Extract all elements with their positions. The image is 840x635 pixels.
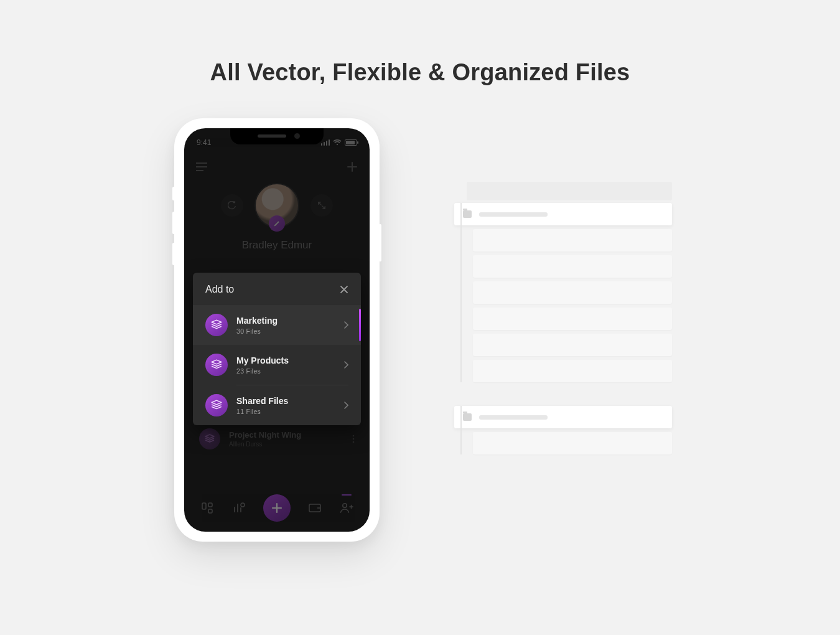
phone-notch [230,128,324,144]
folder-option[interactable]: Marketing 30 Files [193,305,361,345]
layer-name-placeholder [479,212,548,217]
nav-dashboard-icon[interactable] [200,501,215,515]
phone-screen: 9:41 [184,128,370,532]
layer-group [448,406,672,454]
edit-avatar-button[interactable] [269,215,285,232]
layers-header-placeholder [467,182,672,200]
phone-volume-up [172,212,175,234]
status-time: 9:41 [197,138,211,147]
layer-folder-row[interactable] [454,406,672,428]
phone-mockup: 9:41 [174,118,380,542]
add-icon[interactable] [346,161,358,173]
layer-row[interactable] [473,229,672,252]
layers-panel-wireframe [448,182,672,466]
layer-group [448,203,672,382]
plus-icon [271,502,282,514]
layer-row[interactable] [473,308,672,330]
folder-subtitle: 23 Files [236,367,289,375]
stack-icon [199,428,220,449]
nav-add-button[interactable] [263,494,291,522]
folder-title: Shared Files [236,396,288,406]
page-headline: All Vector, Flexible & Organized Files [0,59,840,86]
svg-rect-7 [208,503,212,507]
svg-rect-6 [202,503,206,509]
svg-point-3 [353,435,355,437]
nav-wallet-icon[interactable] [307,501,322,515]
folder-title: Marketing [236,316,278,326]
layer-name-placeholder [479,415,548,420]
wifi-icon [333,139,342,146]
folder-option[interactable]: My Products 23 Files [193,345,361,385]
folder-row-bg[interactable]: Project Night Wing Alllen Durss [197,422,357,456]
layer-row[interactable] [473,281,672,304]
add-to-modal: Add to Marketing 30 Files [193,273,361,425]
close-icon [340,285,348,294]
chevron-right-icon [344,321,348,329]
layer-row[interactable] [473,255,672,278]
more-icon[interactable] [352,435,355,443]
svg-rect-8 [208,509,212,513]
svg-point-11 [342,504,346,507]
expand-button[interactable] [310,194,333,217]
folder-title: My Products [236,355,289,365]
svg-point-9 [241,503,245,507]
layer-row[interactable] [473,334,672,356]
stack-icon [205,314,228,336]
nav-profile-icon[interactable] [339,501,354,515]
nav-active-indicator [342,494,352,496]
avatar[interactable] [254,183,299,228]
refresh-button[interactable] [221,194,243,217]
chevron-right-icon [344,402,348,409]
folder-subtitle: 30 Files [236,327,278,335]
chevron-right-icon [344,361,348,369]
stack-icon [205,394,228,416]
phone-mute-switch [172,187,175,200]
svg-point-4 [353,438,355,440]
stack-icon [205,354,228,376]
svg-point-5 [353,441,355,443]
profile-username: Bradley Edmur [184,239,370,252]
close-button[interactable] [340,285,348,294]
expand-icon [317,201,326,210]
folder-subtitle: 11 Files [236,408,288,415]
modal-title: Add to [205,284,234,295]
phone-volume-down [172,243,175,265]
phone-power-button [379,224,381,261]
layer-folder-row[interactable] [454,203,672,225]
folder-option[interactable]: Shared Files 11 Files [193,385,361,425]
nav-analytics-icon[interactable] [231,501,246,515]
layer-row[interactable] [473,360,672,382]
bottom-nav [184,489,370,527]
layer-row[interactable] [473,432,672,454]
signal-icon [321,139,330,146]
folder-icon [463,413,472,421]
menu-icon[interactable] [195,161,208,173]
folder-subtitle: Alllen Durss [229,441,301,448]
refresh-icon [228,201,236,210]
battery-icon [345,139,357,146]
folder-icon [463,210,472,218]
folder-title: Project Night Wing [229,430,301,440]
pencil-icon [273,220,281,227]
